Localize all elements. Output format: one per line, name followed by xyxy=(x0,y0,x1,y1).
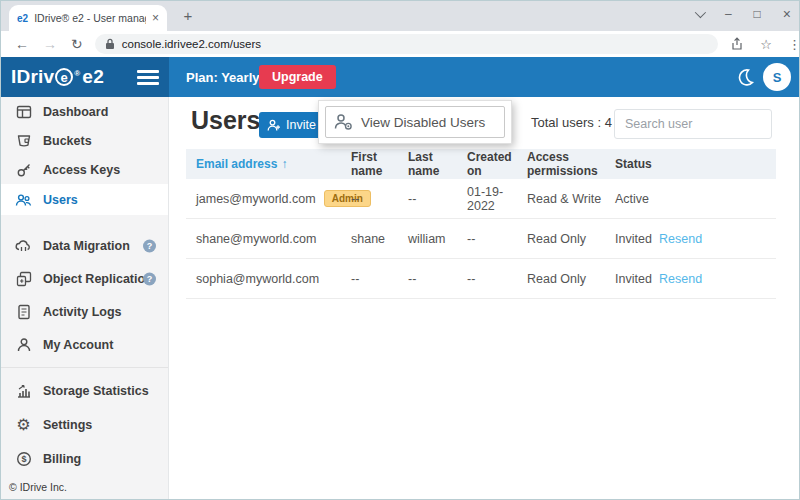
user-first-name: shane xyxy=(351,232,408,246)
sidebar-item-object-replication[interactable]: Object Replication ? xyxy=(1,262,168,295)
user-access-permissions: Read Only xyxy=(527,232,615,246)
sidebar-item-activity-logs[interactable]: Activity Logs xyxy=(1,295,168,328)
new-tab-button[interactable]: + xyxy=(179,7,197,24)
sidebar-item-buckets[interactable]: Buckets xyxy=(1,126,168,155)
sidebar-divider xyxy=(1,367,168,368)
bar-chart-icon xyxy=(15,383,32,400)
table-row: sophia@myworld.com -- -- -- Read Only In… xyxy=(186,259,776,299)
chevron-down-icon[interactable] xyxy=(695,7,706,18)
maximize-button[interactable]: □ xyxy=(754,7,761,21)
svg-text:$: $ xyxy=(21,454,26,464)
user-status: Invited xyxy=(615,232,659,246)
tab-close-icon[interactable]: × xyxy=(152,11,159,25)
browser-menu-icon[interactable]: ⋮ xyxy=(788,37,800,52)
main-content: Users Invite View Disabled Users Total u… xyxy=(169,97,800,500)
logo-zone: IDrive®e2 xyxy=(1,57,169,97)
forward-icon[interactable]: → xyxy=(43,36,57,52)
user-avatar[interactable]: S xyxy=(763,63,791,91)
users-icon xyxy=(15,191,32,208)
users-table: Email address ↑ First name Last name Cre… xyxy=(186,149,776,299)
search-box xyxy=(614,109,772,139)
sidebar-item-storage-statistics[interactable]: Storage Statistics xyxy=(1,374,168,408)
close-window-button[interactable]: × xyxy=(783,6,791,22)
tab-title: IDrive® e2 - User management xyxy=(34,12,146,24)
column-header-first-name[interactable]: First name xyxy=(351,150,408,178)
app-header: IDrive®e2 Plan: Yearly (1 TB) Upgrade S xyxy=(1,57,800,97)
user-email: shane@myworld.com xyxy=(196,232,316,246)
hamburger-menu-icon[interactable] xyxy=(137,70,159,88)
idrive-e2-logo: IDrive®e2 xyxy=(11,66,104,88)
user-email: james@myworld.com xyxy=(196,192,316,206)
user-access-permissions: Read Only xyxy=(527,272,615,286)
user-last-name: -- xyxy=(408,272,467,286)
dashboard-icon xyxy=(15,103,32,120)
cloud-migration-icon xyxy=(15,237,32,254)
sidebar-item-settings[interactable]: ⚙ Settings xyxy=(1,408,168,442)
column-header-access-permissions[interactable]: Access permissions xyxy=(527,150,615,178)
sidebar-item-data-migration[interactable]: Data Migration ? xyxy=(1,229,168,262)
search-input[interactable] xyxy=(615,117,790,131)
person-icon xyxy=(15,336,32,353)
browser-toolbar: ← → ↻ console.idrivee2.com/users ☆ ⋮ xyxy=(1,31,800,57)
reload-icon[interactable]: ↻ xyxy=(71,36,83,52)
table-row: shane@myworld.com shane william -- Read … xyxy=(186,219,776,259)
url-text: console.idrivee2.com/users xyxy=(122,38,261,50)
user-status: Active xyxy=(615,192,659,206)
column-header-status[interactable]: Status xyxy=(615,157,659,171)
dark-mode-moon-icon[interactable] xyxy=(736,68,754,86)
view-disabled-users-popup: View Disabled Users xyxy=(318,100,512,144)
user-email: sophia@myworld.com xyxy=(196,272,319,286)
bookmark-star-icon[interactable]: ☆ xyxy=(760,37,772,52)
view-disabled-users-button[interactable]: View Disabled Users xyxy=(325,106,505,138)
total-users-count: Total users : 4 xyxy=(531,115,612,130)
bucket-icon xyxy=(15,132,32,149)
person-plus-icon xyxy=(267,119,281,132)
sort-ascending-icon[interactable]: ↑ xyxy=(281,157,287,171)
document-icon xyxy=(15,303,32,320)
gear-icon: ⚙ xyxy=(15,417,32,434)
user-access-permissions: Read & Write xyxy=(527,192,615,206)
user-last-name: -- xyxy=(408,192,467,206)
user-created-on: -- xyxy=(467,232,527,246)
sidebar-item-dashboard[interactable]: Dashboard xyxy=(1,97,168,126)
popup-label: View Disabled Users xyxy=(361,115,485,130)
sidebar-item-billing[interactable]: $ Billing xyxy=(1,442,168,476)
key-icon xyxy=(15,161,32,178)
dollar-circle-icon: $ xyxy=(15,451,32,468)
browser-tab[interactable]: e2 IDrive® e2 - User management × xyxy=(9,5,167,31)
upgrade-button[interactable]: Upgrade xyxy=(259,65,336,89)
column-header-email[interactable]: Email address ↑ xyxy=(186,157,351,171)
column-header-created-on[interactable]: Created on xyxy=(467,150,527,178)
user-last-name: william xyxy=(408,232,467,246)
user-created-on: 01-19-2022 xyxy=(467,185,527,213)
sidebar-item-my-account[interactable]: My Account xyxy=(1,328,168,361)
resend-link[interactable]: Resend xyxy=(659,272,776,286)
user-first-name: -- xyxy=(351,272,408,286)
invite-button[interactable]: Invite xyxy=(259,112,326,138)
person-eye-icon xyxy=(334,113,354,131)
help-icon[interactable]: ? xyxy=(143,239,156,252)
lock-icon xyxy=(105,38,115,50)
back-icon[interactable]: ← xyxy=(15,36,29,52)
help-icon[interactable]: ? xyxy=(143,272,156,285)
replication-icon xyxy=(15,270,32,287)
sidebar: Dashboard Buckets Access Keys Users Data… xyxy=(1,97,169,500)
sidebar-item-users[interactable]: Users xyxy=(1,184,168,215)
user-created-on: -- xyxy=(467,272,527,286)
address-bar[interactable]: console.idrivee2.com/users xyxy=(95,34,719,54)
browser-tab-bar: e2 IDrive® e2 - User management × + – □ … xyxy=(1,1,800,31)
user-first-name: -- xyxy=(351,192,408,206)
copyright-text: © IDrive Inc. xyxy=(9,481,67,493)
minimize-button[interactable]: – xyxy=(725,7,732,21)
favicon: e2 xyxy=(17,13,28,24)
page-title: Users xyxy=(191,106,261,135)
resend-link[interactable]: Resend xyxy=(659,232,776,246)
share-icon[interactable] xyxy=(730,37,744,51)
user-status: Invited xyxy=(615,272,659,286)
table-row: james@myworld.com Admin -- -- 01-19-2022… xyxy=(186,179,776,219)
sidebar-item-access-keys[interactable]: Access Keys xyxy=(1,155,168,184)
browser-window: e2 IDrive® e2 - User management × + – □ … xyxy=(0,0,800,500)
table-header-row: Email address ↑ First name Last name Cre… xyxy=(186,149,776,179)
column-header-last-name[interactable]: Last name xyxy=(408,150,467,178)
